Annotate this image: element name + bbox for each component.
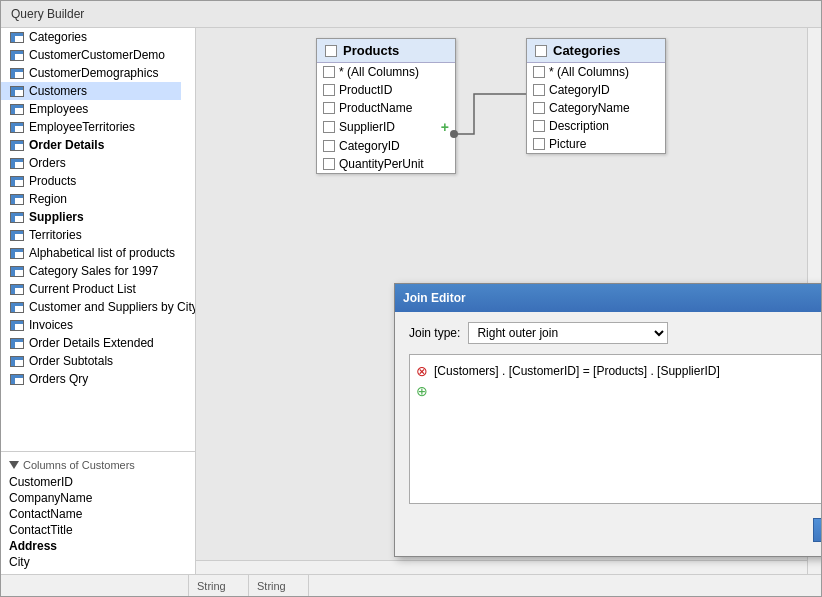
- tree-item-label-19: Orders Qry: [29, 372, 88, 386]
- products-rows-row-3[interactable]: SupplierID+: [317, 117, 455, 137]
- products-rows-row-1[interactable]: ProductID: [317, 81, 455, 99]
- products-rows-checkbox-3[interactable]: [323, 121, 335, 133]
- bottom-cell-1: String: [189, 575, 249, 596]
- dialog-body: Join type: Right outer join Inner join L…: [395, 312, 821, 556]
- tree-item-label-2: CustomerDemographics: [29, 66, 158, 80]
- tree-item-2[interactable]: CustomerDemographics: [1, 64, 181, 82]
- products-rows-checkbox-1[interactable]: [323, 84, 335, 96]
- categories-rows-checkbox-0[interactable]: [533, 66, 545, 78]
- tree-item-label-16: Invoices: [29, 318, 73, 332]
- condition-add-icon[interactable]: ⊕: [416, 383, 428, 399]
- tree-item-15[interactable]: Customer and Suppliers by City: [1, 298, 181, 316]
- table-icon-5: [9, 121, 25, 133]
- tree-item-label-11: Territories: [29, 228, 82, 242]
- table-icon-13: [9, 265, 25, 277]
- join-condition-row-0: ⊗ [Customers] . [CustomerID] = [Products…: [416, 361, 821, 381]
- join-conditions-box: ⊗ [Customers] . [CustomerID] = [Products…: [409, 354, 821, 504]
- tree-item-3[interactable]: Customers: [1, 82, 181, 100]
- products-rows-row-4[interactable]: CategoryID: [317, 137, 455, 155]
- tree-item-5[interactable]: EmployeeTerritories: [1, 118, 181, 136]
- tree-item-19[interactable]: Orders Qry: [1, 370, 181, 388]
- tree-item-13[interactable]: Category Sales for 1997: [1, 262, 181, 280]
- right-panel: Products * (All Columns)ProductIDProduct…: [196, 28, 821, 574]
- tree-item-label-7: Orders: [29, 156, 66, 170]
- categories-rows-row-2[interactable]: CategoryName: [527, 99, 665, 117]
- products-rows-row-0[interactable]: * (All Columns): [317, 63, 455, 81]
- tree-item-label-3: Customers: [29, 84, 87, 98]
- tree-item-1[interactable]: CustomerCustomerDemo: [1, 46, 181, 64]
- table-icon-1: [9, 49, 25, 61]
- collapse-icon[interactable]: [9, 461, 19, 469]
- products-rows-label-0: * (All Columns): [339, 65, 419, 79]
- column-item-0: CustomerID: [9, 474, 187, 490]
- tree-item-6[interactable]: Order Details: [1, 136, 181, 154]
- tree-item-label-1: CustomerCustomerDemo: [29, 48, 165, 62]
- categories-rows-row-1[interactable]: CategoryID: [527, 81, 665, 99]
- categories-rows-label-3: Description: [549, 119, 609, 133]
- products-header-checkbox[interactable]: [325, 45, 337, 57]
- table-icon-7: [9, 157, 25, 169]
- tree-item-label-17: Order Details Extended: [29, 336, 154, 350]
- tree-item-label-13: Category Sales for 1997: [29, 264, 158, 278]
- categories-rows-checkbox-1[interactable]: [533, 84, 545, 96]
- tree-item-14[interactable]: Current Product List: [1, 280, 181, 298]
- tree-item-label-0: Categories: [29, 30, 87, 44]
- table-icon-4: [9, 103, 25, 115]
- categories-rows-checkbox-4[interactable]: [533, 138, 545, 150]
- tree-item-9[interactable]: Region: [1, 190, 181, 208]
- tree-item-7[interactable]: Orders: [1, 154, 181, 172]
- products-rows-checkbox-5[interactable]: [323, 158, 335, 170]
- tree-item-label-15: Customer and Suppliers by City: [29, 300, 195, 314]
- tree-item-label-14: Current Product List: [29, 282, 136, 296]
- add-join-button[interactable]: +: [441, 119, 449, 135]
- bottom-cell-0: [9, 575, 189, 596]
- tree-item-8[interactable]: Products: [1, 172, 181, 190]
- tree-item-17[interactable]: Order Details Extended: [1, 334, 181, 352]
- condition-text-0: [Customers] . [CustomerID] = [Products] …: [434, 364, 720, 378]
- columns-header-label: Columns of Customers: [23, 459, 135, 471]
- ok-button[interactable]: OK: [813, 518, 821, 542]
- dialog-title: Join Editor: [403, 291, 466, 305]
- products-rows-label-2: ProductName: [339, 101, 412, 115]
- left-panel: CategoriesCustomerCustomerDemoCustomerDe…: [1, 28, 196, 574]
- content-area: CategoriesCustomerCustomerDemoCustomerDe…: [1, 28, 821, 574]
- products-rows-label-4: CategoryID: [339, 139, 400, 153]
- categories-rows-checkbox-2[interactable]: [533, 102, 545, 114]
- products-table-header: Products: [317, 39, 455, 63]
- tree-item-18[interactable]: Order Subtotals: [1, 352, 181, 370]
- tree-item-4[interactable]: Employees: [1, 100, 181, 118]
- tree-item-11[interactable]: Territories: [1, 226, 181, 244]
- table-icon-16: [9, 319, 25, 331]
- table-icon-6: [9, 139, 25, 151]
- products-rows-checkbox-4[interactable]: [323, 140, 335, 152]
- products-rows-checkbox-2[interactable]: [323, 102, 335, 114]
- columns-panel: Columns of Customers CustomerIDCompanyNa…: [1, 451, 195, 574]
- categories-rows-row-4[interactable]: Picture: [527, 135, 665, 153]
- products-rows-row-5[interactable]: QuantityPerUnit: [317, 155, 455, 173]
- categories-rows-label-4: Picture: [549, 137, 586, 151]
- categories-header-checkbox[interactable]: [535, 45, 547, 57]
- categories-rows-label-1: CategoryID: [549, 83, 610, 97]
- title-bar: Query Builder: [1, 1, 821, 28]
- join-type-select[interactable]: Right outer join Inner join Left outer j…: [468, 322, 668, 344]
- tree-item-label-12: Alphabetical list of products: [29, 246, 175, 260]
- tree-item-10[interactable]: Suppliers: [1, 208, 181, 226]
- tree-item-16[interactable]: Invoices: [1, 316, 181, 334]
- categories-rows-checkbox-3[interactable]: [533, 120, 545, 132]
- tree-item-0[interactable]: Categories: [1, 28, 181, 46]
- products-rows: * (All Columns)ProductIDProductNameSuppl…: [317, 63, 455, 173]
- products-rows-checkbox-0[interactable]: [323, 66, 335, 78]
- tree-item-12[interactable]: Alphabetical list of products: [1, 244, 181, 262]
- categories-rows-row-0[interactable]: * (All Columns): [527, 63, 665, 81]
- categories-rows: * (All Columns)CategoryIDCategoryNameDes…: [527, 63, 665, 153]
- products-table-widget: Products * (All Columns)ProductIDProduct…: [316, 38, 456, 174]
- dialog-buttons: OK Cancel: [409, 514, 821, 546]
- tree-list[interactable]: CategoriesCustomerCustomerDemoCustomerDe…: [1, 28, 195, 451]
- products-rows-row-2[interactable]: ProductName: [317, 99, 455, 117]
- right-scrollbar-h[interactable]: [196, 560, 807, 574]
- categories-rows-row-3[interactable]: Description: [527, 117, 665, 135]
- app-title: Query Builder: [11, 7, 84, 21]
- tree-item-label-6: Order Details: [29, 138, 104, 152]
- join-type-row: Join type: Right outer join Inner join L…: [409, 322, 821, 344]
- column-item-4: Address: [9, 538, 187, 554]
